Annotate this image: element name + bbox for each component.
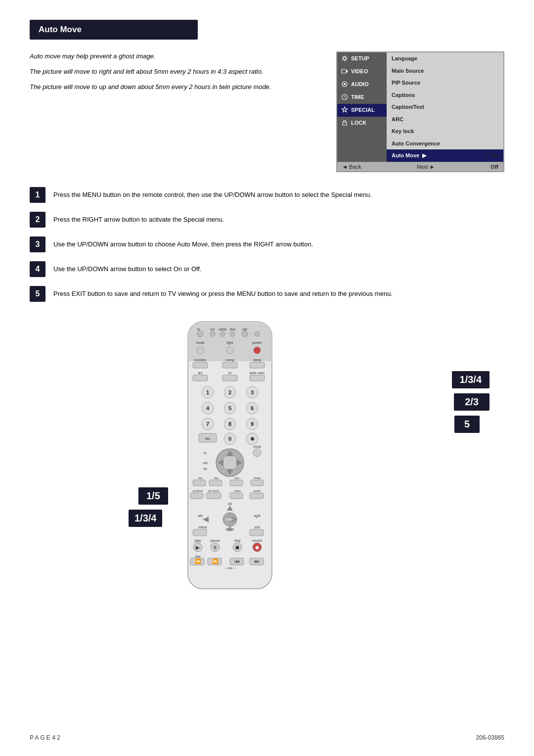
- svg-text:mode: mode: [196, 341, 205, 344]
- svg-rect-89: [250, 493, 264, 499]
- svg-point-26: [254, 347, 261, 354]
- time-icon: [341, 94, 349, 101]
- menu-right-key-lock[interactable]: Key lock: [387, 125, 503, 138]
- badge-1-3-4-right: 1/3/4: [452, 371, 490, 388]
- menu-right-captions[interactable]: Captions: [387, 89, 503, 101]
- desc-line3: The picture will move to up and down abo…: [30, 82, 321, 93]
- menu-item-setup[interactable]: SETUP: [337, 52, 387, 65]
- svg-text:dvd: dvd: [229, 328, 235, 331]
- svg-point-25: [226, 347, 233, 354]
- svg-text:— skip —: — skip —: [223, 567, 236, 569]
- svg-point-13: [230, 331, 235, 336]
- menu-right-pip-source[interactable]: PIP Source: [387, 77, 503, 89]
- svg-text:tv: tv: [197, 328, 200, 331]
- svg-text:9: 9: [251, 421, 254, 427]
- menu-right-main-source[interactable]: Main Source: [387, 65, 503, 77]
- auto-move-value: ✓ On: [485, 151, 498, 160]
- svg-rect-101: [193, 529, 207, 536]
- svg-text:pip+: pip+: [234, 476, 240, 479]
- menu-right-caption-text[interactable]: Caption/Text: [387, 101, 503, 113]
- svg-text:exit: exit: [255, 525, 260, 529]
- svg-text:tv/video: tv/video: [194, 358, 206, 362]
- svg-text:pip: pip: [198, 476, 203, 479]
- svg-text:0: 0: [228, 436, 231, 442]
- svg-text:auto conv: auto conv: [250, 371, 265, 375]
- menu-item-audio[interactable]: AUDIO: [337, 78, 387, 91]
- setup-icon: [341, 55, 349, 63]
- menu-label-video: VIDEO: [351, 68, 368, 75]
- svg-text:sleep: sleep: [253, 358, 262, 362]
- menu-right-auto-move[interactable]: Auto Move ▶ ✓ On: [387, 149, 503, 162]
- svg-rect-6: [343, 122, 347, 125]
- step-row-3: 3 Use the UP/DOWN arrow button to choose…: [30, 236, 504, 252]
- svg-text:power: power: [252, 341, 262, 345]
- svg-text:pp input: pp input: [208, 489, 219, 492]
- svg-text:swap: swap: [254, 476, 261, 479]
- page-title: Auto Move: [30, 20, 198, 40]
- svg-text:ch: ch: [203, 467, 207, 471]
- svg-text:⏸: ⏸: [213, 545, 218, 550]
- svg-point-15: [255, 331, 260, 336]
- svg-text:play: play: [195, 539, 201, 543]
- svg-point-67: [222, 455, 238, 471]
- svg-point-12: [220, 331, 225, 336]
- step-row-2: 2 Press the RIGHT arrow button to activa…: [30, 212, 504, 228]
- svg-point-0: [343, 57, 346, 60]
- tv-menu-right: Language Main Source PIP Source Captions…: [387, 52, 503, 162]
- badge-5-right: 5: [454, 416, 480, 433]
- svg-text:enter: enter: [226, 518, 234, 521]
- svg-rect-1: [342, 69, 346, 73]
- menu-right-language[interactable]: Language: [387, 52, 503, 65]
- step-number-5: 5: [30, 286, 45, 302]
- svg-rect-31: [222, 362, 237, 368]
- svg-text:tv: tv: [204, 451, 207, 455]
- step-text-5: Press EXIT button to save and return to …: [53, 286, 393, 299]
- menu-label-lock: LOCK: [351, 119, 366, 127]
- svg-text:vcr: vcr: [210, 328, 215, 331]
- page-footer: P A G E 4 2 206-03865: [30, 734, 504, 741]
- step-row-1: 1 Press the MENU button on the remote co…: [30, 187, 504, 203]
- svg-text:fav: fav: [205, 436, 211, 441]
- step-text-3: Use the UP/DOWN arrow button to choose A…: [53, 236, 313, 250]
- svg-rect-30: [193, 362, 208, 368]
- menu-label-special: SPECIAL: [351, 106, 375, 114]
- svg-point-11: [210, 331, 215, 336]
- menu-item-special[interactable]: SPECIAL: [337, 104, 387, 117]
- tv-menu-nav-bar: ◄ Back Next ► Off: [337, 162, 503, 171]
- svg-text:position: position: [193, 489, 203, 492]
- svg-rect-32: [250, 362, 265, 368]
- next-nav[interactable]: Next ►: [417, 164, 435, 170]
- svg-rect-80: [230, 480, 243, 486]
- svg-text:4: 4: [206, 405, 210, 411]
- menu-item-lock[interactable]: LOCK: [337, 117, 387, 130]
- svg-point-4: [344, 83, 346, 85]
- svg-text:up: up: [228, 502, 232, 506]
- svg-point-10: [197, 331, 203, 337]
- menu-right-arc[interactable]: ARC: [387, 113, 503, 126]
- svg-text:cc: cc: [228, 371, 232, 375]
- svg-text:⏹: ⏹: [235, 545, 240, 550]
- svg-text:⏭: ⏭: [255, 559, 260, 564]
- step-row-5: 5 Press EXIT button to save and return t…: [30, 286, 504, 302]
- step-number-2: 2: [30, 212, 45, 228]
- menu-item-video[interactable]: VIDEO: [337, 65, 387, 78]
- back-nav[interactable]: ◄ Back: [342, 164, 361, 170]
- svg-text:1: 1: [206, 389, 209, 395]
- step-number-1: 1: [30, 187, 45, 203]
- step-number-4: 4: [30, 261, 45, 277]
- menu-right-auto-convergence[interactable]: Auto Convergence: [387, 138, 503, 150]
- svg-rect-86: [190, 493, 203, 499]
- svg-rect-88: [230, 493, 243, 499]
- svg-rect-37: [222, 375, 237, 381]
- description-block: Auto move may help prevent a ghost image…: [30, 51, 321, 172]
- svg-text:vol: vol: [203, 461, 208, 465]
- menu-item-time[interactable]: TIME: [337, 91, 387, 104]
- svg-text:mute: mute: [253, 445, 261, 448]
- svg-text:⏺: ⏺: [255, 545, 260, 550]
- audio-icon: [341, 81, 349, 89]
- svg-text:left: left: [198, 514, 202, 518]
- badge-1-3-4-left: 1/3/4: [129, 510, 162, 527]
- off-label: Off: [490, 164, 498, 170]
- top-section: Auto move may help prevent a ghost image…: [30, 51, 504, 172]
- svg-text:⏪: ⏪: [195, 558, 201, 565]
